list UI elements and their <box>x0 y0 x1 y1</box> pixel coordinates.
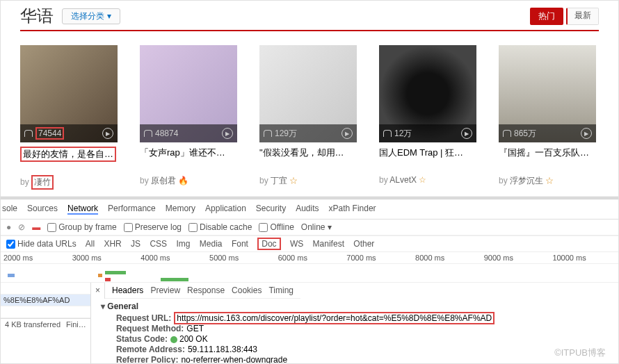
play-count: 12万 <box>394 128 412 140</box>
filter-other[interactable]: Other <box>353 239 374 249</box>
request-url: https://music.163.com/discover/playlist/… <box>174 312 495 324</box>
filter-bar: Hide data URLs All XHR JS CSS Img Media … <box>1 235 618 251</box>
playlist-grid: 74544▶ 最好的友情，是各自… by 凄竹 48874▶ 「女声rap」谁还… <box>1 31 618 197</box>
section-general[interactable]: General <box>101 301 609 311</box>
star-icon: ☆ <box>545 176 554 185</box>
headphone-icon <box>264 130 272 137</box>
play-count: 129万 <box>275 128 297 140</box>
playlist-author: by ALvetX ☆ <box>379 175 476 185</box>
tab-security[interactable]: Security <box>256 204 286 215</box>
filter-ws[interactable]: WS <box>290 239 303 249</box>
filter-icon[interactable]: ▬ <box>32 222 40 232</box>
request-method: GET <box>186 324 204 333</box>
filter-all[interactable]: All <box>86 239 95 249</box>
tab-headers[interactable]: Headers <box>112 286 143 295</box>
category-select[interactable]: 选择分类 ▾ <box>62 8 120 24</box>
category-select-label: 选择分类 <box>71 10 104 22</box>
preserve-log-check[interactable]: Preserve log <box>124 222 182 232</box>
list-item[interactable] <box>1 306 90 318</box>
filter-doc[interactable]: Doc <box>257 238 280 250</box>
play-icon[interactable]: ▶ <box>222 128 233 139</box>
network-toolbar: ● ⊘ ▬ Group by frame Preserve log Disabl… <box>1 220 618 235</box>
timeline-ruler: 2000 ms3000 ms4000 ms5000 ms6000 ms7000 … <box>1 251 618 263</box>
tab-audits[interactable]: Audits <box>296 204 319 215</box>
playlist-card[interactable]: 48874▶ 「女声rap」谁还不… by 原创君 🔥 <box>140 45 237 190</box>
tab-response[interactable]: Response <box>187 286 225 295</box>
author-link[interactable]: ALvetX <box>389 175 417 185</box>
headphone-icon <box>24 130 33 137</box>
offline-check[interactable]: Offline <box>259 222 294 232</box>
author-link[interactable]: 凄竹 <box>34 177 51 187</box>
author-link[interactable]: 原创君 <box>151 176 176 185</box>
filter-manifest[interactable]: Manifest <box>313 239 344 249</box>
close-icon[interactable]: × <box>91 283 105 299</box>
list-item[interactable] <box>1 283 90 295</box>
record-icon[interactable]: ● <box>6 222 11 232</box>
play-icon[interactable]: ▶ <box>581 128 592 139</box>
playlist-card[interactable]: 865万▶ 『国摇』一百支乐队… by 浮梦沉生 ☆ <box>499 45 596 190</box>
flame-icon: 🔥 <box>178 176 188 185</box>
headphone-icon <box>383 130 392 137</box>
playlist-card[interactable]: 74544▶ 最好的友情，是各自… by 凄竹 <box>20 45 118 190</box>
tab-xpath[interactable]: xPath Finder <box>329 204 376 215</box>
tab-console[interactable]: sole <box>2 204 17 215</box>
tab-application[interactable]: Application <box>205 204 246 215</box>
author-link[interactable]: 浮梦沉生 <box>510 176 543 185</box>
tab-cookies[interactable]: Cookies <box>232 286 262 295</box>
playlist-title[interactable]: 「女声rap」谁还不… <box>140 147 237 173</box>
hide-data-urls[interactable]: Hide data URLs <box>6 239 77 249</box>
star-icon: ☆ <box>419 175 426 185</box>
play-count: 865万 <box>514 128 536 140</box>
play-icon[interactable]: ▶ <box>461 128 472 139</box>
tab-preview[interactable]: Preview <box>150 286 180 295</box>
disable-cache-check[interactable]: Disable cache <box>188 222 252 232</box>
group-frame-check[interactable]: Group by frame <box>47 222 116 232</box>
filter-css[interactable]: CSS <box>150 239 167 249</box>
playlist-author: by 原创君 🔥 <box>140 175 237 187</box>
watermark: ©ITPUB博客 <box>554 347 606 359</box>
devtools: sole Sources Network Performance Memory … <box>1 199 618 364</box>
tab-hot[interactable]: 热门 <box>530 8 563 25</box>
star-icon: ☆ <box>289 176 298 185</box>
tab-network[interactable]: Network <box>67 204 98 215</box>
chevron-down-icon: ▾ <box>107 11 111 21</box>
filter-img[interactable]: Img <box>176 239 190 249</box>
play-count: 74544 <box>35 127 64 140</box>
playlist-title[interactable]: 『国摇』一百支乐队… <box>499 147 596 173</box>
status-dot-icon <box>170 336 177 343</box>
filter-media[interactable]: Media <box>200 239 223 249</box>
playlist-author: by 丁宜 ☆ <box>259 175 357 187</box>
headphone-icon <box>503 130 511 137</box>
tab-performance[interactable]: Performance <box>108 204 156 215</box>
playlist-card[interactable]: 12万▶ 国人EDM Trap | 狂… by ALvetX ☆ <box>379 45 476 190</box>
play-icon[interactable]: ▶ <box>341 128 353 139</box>
status-bar: 4 KB transferredFini… <box>1 318 90 330</box>
playlist-author: by 浮梦沉生 ☆ <box>499 175 596 187</box>
playlist-title[interactable]: "假装没看见，却用… <box>259 147 357 173</box>
playlist-author: by 凄竹 <box>20 175 118 190</box>
play-icon[interactable]: ▶ <box>102 128 113 139</box>
playlist-card[interactable]: 129万▶ "假装没看见，却用… by 丁宜 ☆ <box>259 45 357 190</box>
playlist-title[interactable]: 国人EDM Trap | 狂… <box>379 147 476 173</box>
clear-icon[interactable]: ⊘ <box>18 222 25 232</box>
tab-timing[interactable]: Timing <box>268 286 294 295</box>
list-item[interactable]: %8E%E8%AF%AD <box>1 295 90 306</box>
devtools-tabs: sole Sources Network Performance Memory … <box>1 199 618 220</box>
status-code: 200 OK <box>179 334 208 344</box>
filter-xhr[interactable]: XHR <box>104 239 121 249</box>
author-link[interactable]: 丁宜 <box>271 176 287 185</box>
tab-sources[interactable]: Sources <box>27 204 58 215</box>
tab-memory[interactable]: Memory <box>166 204 195 215</box>
headphone-icon <box>144 130 152 137</box>
play-count: 48874 <box>155 129 178 138</box>
filter-js[interactable]: JS <box>131 239 140 249</box>
page-title: 华语 <box>20 5 54 27</box>
tab-new[interactable]: 最新 <box>566 8 599 25</box>
throttle-select[interactable]: Online ▾ <box>301 222 332 232</box>
waterfall[interactable] <box>1 263 618 283</box>
request-list: %8E%E8%AF%AD 4 KB transferredFini… <box>1 283 91 364</box>
filter-font[interactable]: Font <box>232 239 248 249</box>
remote-address: 59.111.181.38:443 <box>188 345 257 354</box>
playlist-title[interactable]: 最好的友情，是各自… <box>20 147 116 162</box>
referrer-policy: no-referrer-when-downgrade <box>181 355 287 364</box>
